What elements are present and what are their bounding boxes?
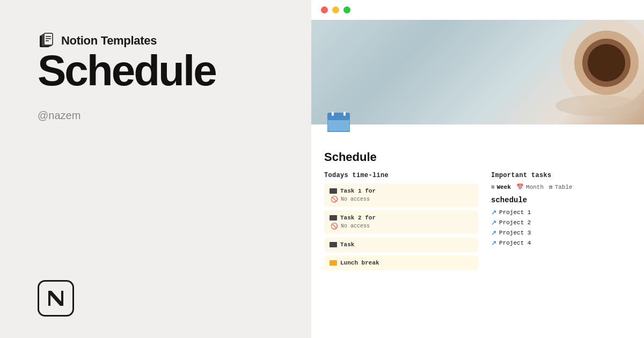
svg-rect-2 — [44, 33, 53, 45]
week-tab-label: Week — [497, 184, 511, 190]
timeline-row-2: Task 2 for — [330, 215, 473, 221]
project-arrow-3: ↗ — [491, 229, 496, 237]
page-title: Schedule — [324, 150, 631, 164]
notion-box-icon — [38, 280, 74, 317]
project-arrow-1: ↗ — [491, 209, 496, 216]
important-tasks-column: Important tasks ≡ Week 📅 Month ⊞ Table — [491, 172, 631, 274]
brand-title: Notion Templates — [61, 34, 157, 48]
view-tabs: ≡ Week 📅 Month ⊞ Table — [491, 183, 631, 190]
schedule-sublabel: schedule — [491, 196, 631, 204]
svg-rect-20 — [343, 112, 346, 116]
no-access-icon-2: 🚫 — [331, 223, 338, 230]
timeline-icon-1 — [330, 188, 337, 194]
browser-dot-red[interactable] — [321, 6, 328, 13]
no-access-text-2: No access — [341, 223, 370, 229]
svg-point-10 — [555, 95, 641, 116]
timeline-item-2: Task 2 for 🚫 No access — [324, 210, 478, 234]
lunch-icon — [330, 260, 337, 266]
no-access-icon-1: 🚫 — [331, 196, 338, 203]
hero-wrapper — [311, 20, 644, 124]
table-tab-label: Table — [555, 184, 573, 190]
left-panel: Notion Templates Schedule @nazem — [0, 0, 311, 338]
tab-table[interactable]: ⊞ Table — [549, 183, 573, 190]
calendar-icon-wrapper — [326, 109, 351, 136]
browser-dot-green[interactable] — [343, 6, 350, 13]
project-label-2: Project 2 — [499, 219, 531, 226]
coffee-cup-image — [521, 20, 644, 124]
two-column-layout: Todays time-line Task 1 for 🚫 No access — [324, 172, 631, 274]
project-item-4[interactable]: ↗ Project 4 — [491, 239, 631, 247]
page-main-title: Schedule — [38, 49, 279, 92]
browser-chrome — [311, 0, 644, 20]
no-access-text-1: No access — [341, 196, 370, 202]
no-access-row-2: 🚫 No access — [330, 223, 473, 230]
svg-point-9 — [588, 44, 625, 82]
timeline-section-label: Todays time-line — [324, 172, 478, 179]
svg-rect-15 — [328, 119, 349, 131]
month-tab-label: Month — [526, 184, 544, 190]
tab-week[interactable]: ≡ Week — [491, 184, 511, 190]
project-item-2[interactable]: ↗ Project 2 — [491, 219, 631, 226]
month-tab-icon: 📅 — [516, 183, 524, 190]
timeline-column: Todays time-line Task 1 for 🚫 No access — [324, 172, 478, 274]
project-item-3[interactable]: ↗ Project 3 — [491, 229, 631, 237]
timeline-item-3: Task — [324, 237, 478, 252]
timeline-item-lunch: Lunch break — [324, 255, 478, 270]
week-tab-icon: ≡ — [491, 184, 495, 190]
svg-rect-18 — [327, 113, 350, 120]
project-label-1: Project 1 — [499, 209, 531, 216]
project-label-4: Project 4 — [499, 240, 531, 246]
timeline-text-1: Task 1 for — [340, 188, 376, 194]
table-tab-icon: ⊞ — [549, 183, 553, 190]
timeline-item-1: Task 1 for 🚫 No access — [324, 183, 478, 207]
notion-logo-bottom — [38, 280, 279, 317]
svg-rect-19 — [332, 112, 334, 116]
browser-dot-yellow[interactable] — [332, 6, 339, 13]
timeline-text-3: Task — [340, 241, 354, 248]
no-access-row-1: 🚫 No access — [330, 196, 473, 203]
notion-n-logo — [44, 286, 68, 310]
left-content: Schedule @nazem — [38, 49, 279, 122]
timeline-icon-3 — [330, 242, 337, 247]
project-item-1[interactable]: ↗ Project 1 — [491, 209, 631, 216]
author-label: @nazem — [38, 109, 279, 122]
calendar-icon — [326, 109, 351, 134]
right-panel: Schedule Todays time-line Task 1 for 🚫 N… — [311, 0, 644, 338]
timeline-icon-2 — [330, 215, 337, 221]
timeline-row-1: Task 1 for — [330, 188, 473, 194]
hero-image — [311, 20, 644, 124]
page-content: Schedule Todays time-line Task 1 for 🚫 N… — [311, 124, 644, 338]
timeline-text-lunch: Lunch break — [340, 260, 379, 266]
project-arrow-4: ↗ — [491, 239, 496, 247]
project-arrow-2: ↗ — [491, 219, 496, 226]
timeline-row-3: Task — [330, 241, 473, 248]
timeline-text-2: Task 2 for — [340, 215, 376, 221]
tab-month[interactable]: 📅 Month — [516, 183, 544, 190]
project-label-3: Project 3 — [499, 230, 531, 236]
important-tasks-label: Important tasks — [491, 172, 631, 179]
